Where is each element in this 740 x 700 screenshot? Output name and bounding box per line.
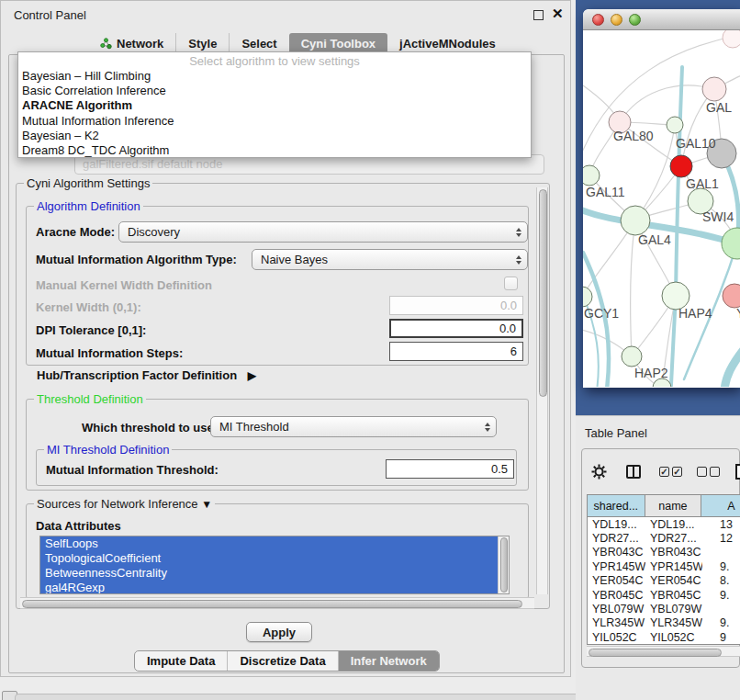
minimize-traffic-light[interactable] (611, 14, 622, 26)
which-threshold-value: MI Threshold (219, 420, 289, 434)
aracne-mode-combo[interactable]: Discovery (118, 221, 528, 243)
data-attributes-list: SelfLoopsTopologicalCoefficientBetweenne… (39, 536, 510, 594)
algorithm-option[interactable]: ARACNE Algorithm (18, 98, 531, 113)
data-attributes-label: Data Attributes (36, 519, 121, 533)
hub-section-toggle[interactable]: Hub/Transcription Factor Definition ▶ (37, 368, 256, 382)
algorithm-option[interactable]: Dream8 DC_TDC Algorithm (18, 143, 531, 158)
data-attribute-item[interactable]: SelfLoops (40, 536, 498, 551)
table-column-header[interactable]: name (645, 495, 702, 516)
which-threshold-label: Which threshold to use: (82, 421, 218, 435)
table-row[interactable]: YLR345WYLR345W9. (588, 616, 740, 630)
network-thick-edges (583, 67, 740, 387)
zoom-traffic-light[interactable] (629, 14, 641, 26)
network-node-gal4[interactable] (621, 206, 650, 235)
cyni-settings-title: Cyni Algorithm Settings (24, 176, 152, 190)
control-panel-window: Control Panel ✕ NetworkStyleSelectCyni T… (0, 0, 571, 677)
table-horizontal-scrollbar[interactable] (587, 646, 740, 657)
node-label: HAP4 (678, 306, 712, 321)
bottom-tabbar: Impute DataDiscretize DataInfer Network (134, 650, 440, 672)
mi-threshold-group: MI Threshold Definition Mutual Informati… (36, 449, 517, 486)
table-row[interactable]: YER054CYER054C8. (588, 574, 740, 588)
table-row[interactable]: YDR27...YDR27...12 (588, 531, 740, 545)
algorithm-option[interactable]: Bayesian – Hill Climbing (18, 69, 531, 84)
algorithm-placeholder: Select algorithm to view settings (18, 52, 531, 69)
table-toolbar: ✓✓ (591, 462, 740, 480)
data-attribute-item[interactable]: TopologicalCoefficient (40, 551, 498, 566)
dpi-tolerance-label: DPI Tolerance [0,1]: (36, 323, 146, 337)
close-traffic-light[interactable] (592, 14, 604, 26)
table-cell: YBR045C (645, 589, 702, 602)
tab-discretize-data[interactable]: Discretize Data (227, 651, 337, 671)
table-row[interactable]: YBR043CYBR043C (588, 546, 740, 559)
tab-label: Cyni Toolbox (301, 37, 376, 51)
node-label: GAL80 (613, 129, 654, 143)
network-node-gal1[interactable] (670, 155, 692, 177)
tab-infer-network[interactable]: Infer Network (338, 651, 439, 671)
network-node[interactable] (667, 117, 683, 133)
select-all-checks-icon[interactable]: ✓✓ (659, 467, 682, 477)
network-node-gal11[interactable] (583, 165, 600, 186)
node-label: GCY1 (584, 306, 619, 321)
deselect-all-checks-icon[interactable] (697, 467, 720, 477)
expand-right-icon: ▶ (248, 369, 256, 382)
table-row[interactable]: YIL052CYIL052C9 (588, 630, 740, 644)
network-node-y[interactable] (723, 284, 740, 308)
kernel-width-field[interactable]: 0.0 (389, 296, 523, 315)
settings-horizontal-scrollbar[interactable] (20, 597, 534, 609)
network-canvas[interactable]: GALGAL80GAL10GAL1GAL11SWI4GAL4GCY1HAP4YH… (583, 30, 740, 387)
mi-threshold-field[interactable]: 0.5 (386, 459, 514, 479)
dpi-tolerance-field[interactable]: 0.0 (389, 319, 523, 338)
apply-button[interactable]: Apply (246, 622, 312, 642)
network-node[interactable] (723, 30, 740, 48)
mi-type-combo[interactable]: Naive Bayes (252, 249, 528, 270)
table-panel: Table Panel ✓✓ shared...nameA YDL19...YD… (576, 415, 740, 700)
tab-label: Select (241, 37, 276, 51)
float-window-button[interactable] (533, 10, 544, 20)
table-row[interactable]: YPR145WYPR145W9. (588, 559, 740, 573)
sources-title[interactable]: Sources for Network Inference ▼ (34, 497, 215, 511)
mi-steps-field[interactable]: 6 (389, 342, 523, 361)
close-window-button[interactable]: ✕ (552, 6, 564, 22)
node-label: SWI4 (702, 209, 734, 224)
network-window-titlebar[interactable] (583, 9, 740, 30)
cyni-settings-group: Cyni Algorithm Settings Algorithm Defini… (16, 183, 550, 609)
table-cell: YLR345W (588, 616, 645, 629)
table-cell: YIL052C (645, 631, 702, 644)
column-selector-icon[interactable] (626, 465, 641, 479)
algorithm-option[interactable]: Mutual Information Inference (18, 114, 531, 129)
data-attribute-item[interactable]: BetweennessCentrality (40, 566, 498, 581)
sources-group: Sources for Network Inference ▼ Data Att… (26, 503, 529, 599)
algorithm-option[interactable]: Bayesian – K2 (18, 129, 531, 143)
network-node-hap2[interactable] (622, 346, 642, 367)
manual-kernel-checkbox[interactable] (504, 277, 518, 290)
network-node[interactable] (722, 228, 740, 259)
network-view-window: GALGAL80GAL10GAL1GAL11SWI4GAL4GCY1HAP4YH… (583, 9, 740, 388)
gear-icon[interactable] (591, 464, 607, 480)
new-table-icon[interactable] (735, 464, 740, 480)
algorithm-option[interactable]: Basic Correlation Inference (18, 84, 531, 98)
mi-type-label: Mutual Information Algorithm Type: (36, 253, 237, 266)
mi-threshold-group-title: MI Threshold Definition (44, 443, 172, 457)
data-attribute-item[interactable]: gal4RGexp (40, 581, 498, 594)
table-row[interactable]: YDL19...YDL19...13 (588, 517, 740, 531)
table-row[interactable]: YBL079WYBL079W (588, 602, 740, 615)
table-cell: YBL079W (645, 603, 702, 615)
table-row[interactable]: YBR045CYBR045C9. (588, 588, 740, 602)
algorithm-definition-group: Algorithm Definition Aracne Mode: Discov… (26, 206, 529, 366)
tab-impute-data[interactable]: Impute Data (135, 651, 227, 671)
table-column-header[interactable]: shared... (588, 495, 645, 516)
which-threshold-combo[interactable]: MI Threshold (210, 416, 497, 437)
table-column-header[interactable]: A (701, 495, 740, 516)
list-scrollbar[interactable] (498, 536, 509, 593)
node-label: GAL (706, 100, 732, 115)
table-cell: 12 (702, 532, 740, 545)
network-node-gcy1[interactable] (583, 287, 592, 307)
node-label: GAL4 (638, 232, 671, 247)
network-node-gal[interactable] (702, 77, 726, 101)
table-cell: YPR145W (645, 560, 702, 573)
settings-vertical-scrollbar[interactable] (536, 187, 548, 594)
combo-spinner-icon (516, 255, 521, 265)
table-cell: YDR27... (588, 532, 645, 545)
table-cell: YER054C (588, 574, 645, 587)
manual-kernel-label: Manual Kernel Width Definition (36, 278, 212, 292)
